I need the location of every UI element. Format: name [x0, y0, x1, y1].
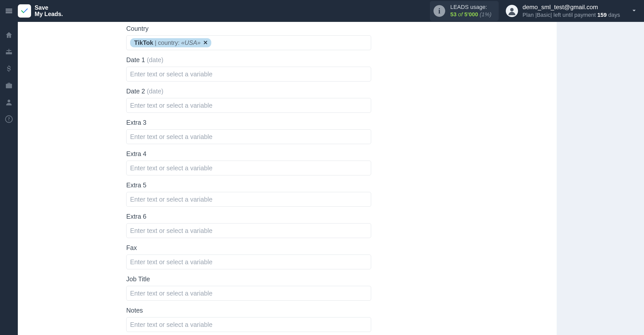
account-menu-button[interactable]: demo_sml_test@gmail.com Plan |Basic| lef…: [506, 3, 620, 19]
user-avatar-icon: [507, 6, 517, 16]
sidebar: [0, 22, 18, 335]
extra-5-input[interactable]: [130, 196, 367, 203]
field-label-notes: Notes: [126, 307, 371, 314]
info-icon: i: [433, 5, 445, 17]
field-label-extra-6: Extra 6: [126, 213, 371, 220]
form-column: Country TikTok | country: «USA» ✕ Date 1…: [126, 22, 371, 332]
account-text: demo_sml_test@gmail.com Plan |Basic| lef…: [523, 3, 620, 19]
usage-total: 5'000: [464, 11, 478, 18]
menu-toggle-button[interactable]: [0, 0, 18, 22]
tag-source: TikTok: [134, 39, 153, 46]
country-input[interactable]: TikTok | country: «USA» ✕: [126, 35, 371, 50]
tag-value: «USA»: [181, 39, 201, 46]
dollar-icon: [5, 65, 13, 73]
usage-text: LEADS usage: 53 of 5'000 (1%): [450, 4, 492, 18]
tag-separator: |: [155, 39, 156, 46]
field-label-fax: Fax: [126, 244, 371, 252]
logo-mark: [18, 4, 31, 18]
main-card: Country TikTok | country: «USA» ✕ Date 1…: [18, 22, 557, 335]
svg-point-2: [8, 100, 10, 102]
extra-3-input[interactable]: [130, 133, 367, 141]
fax-input-shell[interactable]: [126, 255, 371, 269]
sidebar-item-billing[interactable]: [0, 61, 18, 77]
field-label-extra-5: Extra 5: [126, 182, 371, 189]
field-extra-3: Extra 3: [126, 119, 371, 144]
job-title-input-shell[interactable]: [126, 286, 371, 301]
sidebar-item-business[interactable]: [0, 77, 18, 94]
extra-4-input-shell[interactable]: [126, 161, 371, 175]
date-2-input[interactable]: [130, 102, 367, 109]
field-date-1: Date 1 (date): [126, 56, 371, 81]
field-label-date-2: Date 2 (date): [126, 88, 371, 95]
logo-text: Save My Leads.: [35, 5, 63, 18]
notes-input-shell[interactable]: [126, 317, 371, 332]
date-2-input-shell[interactable]: [126, 98, 371, 113]
tag-key: country:: [158, 39, 179, 46]
usage-label: LEADS usage:: [450, 4, 492, 11]
briefcase-icon: [5, 81, 13, 90]
field-label-country: Country: [126, 25, 371, 32]
tag-remove-button[interactable]: ✕: [202, 39, 208, 46]
sidebar-item-connections[interactable]: [0, 44, 18, 60]
field-label-date-1: Date 1 (date): [126, 56, 371, 64]
svg-point-1: [510, 8, 513, 11]
extra-6-input-shell[interactable]: [126, 223, 371, 238]
field-label-extra-3: Extra 3: [126, 119, 371, 126]
account-chevron[interactable]: [620, 7, 638, 15]
notes-input[interactable]: [130, 321, 367, 328]
chevron-down-icon: [630, 7, 638, 14]
variable-tag-country: TikTok | country: «USA» ✕: [130, 38, 211, 47]
field-label-job-title: Job Title: [126, 275, 371, 283]
field-extra-4: Extra 4: [126, 150, 371, 175]
sitemap-icon: [5, 48, 13, 56]
job-title-input[interactable]: [130, 290, 367, 297]
logo[interactable]: Save My Leads.: [18, 4, 63, 18]
account-email: demo_sml_test@gmail.com: [523, 3, 620, 11]
field-label-extra-4: Extra 4: [126, 150, 371, 158]
sidebar-item-account[interactable]: [0, 94, 18, 110]
user-icon: [5, 98, 13, 106]
fax-input[interactable]: [130, 258, 367, 266]
app-header: Save My Leads. i LEADS usage: 53 of 5'00…: [0, 0, 644, 22]
extra-6-input[interactable]: [130, 227, 367, 234]
date-1-input-shell[interactable]: [126, 67, 371, 81]
field-job-title: Job Title: [126, 275, 371, 301]
sidebar-item-home[interactable]: [0, 27, 18, 43]
field-notes: Notes: [126, 307, 371, 332]
date-1-input[interactable]: [130, 71, 367, 78]
field-extra-6: Extra 6: [126, 213, 371, 238]
usage-of: of: [458, 11, 463, 18]
field-extra-5: Extra 5: [126, 182, 371, 207]
avatar: [506, 5, 518, 17]
usage-percent: (1%): [480, 11, 491, 18]
usage-used: 53: [450, 11, 456, 18]
leads-usage-panel[interactable]: i LEADS usage: 53 of 5'000 (1%): [430, 1, 499, 21]
field-country: Country TikTok | country: «USA» ✕: [126, 25, 371, 50]
extra-5-input-shell[interactable]: [126, 192, 371, 207]
field-fax: Fax: [126, 244, 371, 269]
field-date-2: Date 2 (date): [126, 88, 371, 113]
help-icon: [5, 115, 13, 123]
hamburger-icon: [5, 7, 13, 15]
home-icon: [5, 31, 13, 39]
sidebar-item-help[interactable]: [0, 111, 18, 127]
extra-3-input-shell[interactable]: [126, 129, 371, 144]
extra-4-input[interactable]: [130, 164, 367, 172]
account-plan: Plan |Basic| left until payment 159 days: [523, 11, 620, 19]
checkmark-icon: [20, 6, 29, 16]
